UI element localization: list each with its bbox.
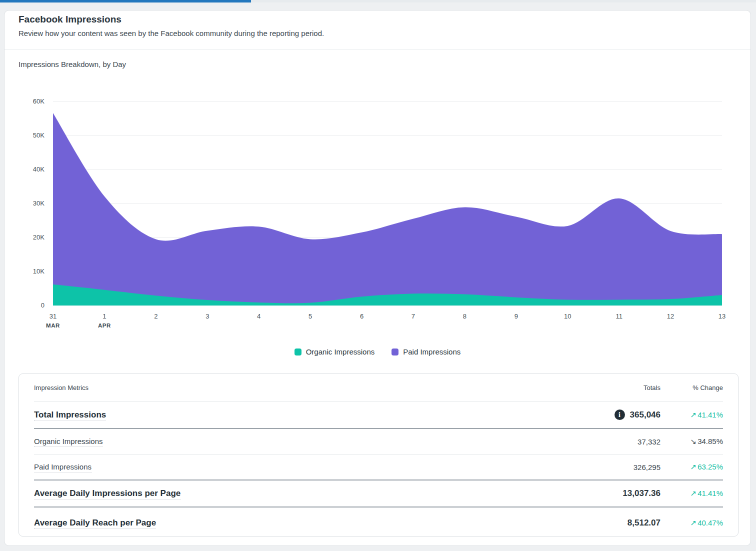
- metric-total-value: 365,046: [630, 410, 660, 420]
- x-tick-label: 6: [342, 312, 382, 320]
- table-row: Average Daily Impressions per Page13,037…: [34, 480, 723, 508]
- metric-label[interactable]: Average Daily Impressions per Page: [34, 488, 180, 500]
- page-subtitle: Review how your content was seen by the …: [18, 29, 324, 38]
- metric-total-value: 8,512.07: [628, 518, 660, 528]
- arrow-up-right-icon: ↗: [690, 518, 697, 527]
- x-tick-label: 8: [444, 312, 484, 320]
- metrics-table: Impression Metrics Totals % Change Total…: [18, 374, 738, 536]
- x-tick-label: 13: [702, 312, 742, 320]
- metric-label[interactable]: Average Daily Reach per Page: [34, 518, 156, 529]
- metrics-table-body: Total Impressionsi365,046↗41.41%Organic …: [34, 402, 723, 538]
- legend-swatch: [294, 348, 302, 356]
- top-progress-bar: [0, 0, 756, 2]
- metric-total-value: 13,037.36: [622, 488, 660, 498]
- col-totals: Totals: [540, 384, 660, 392]
- metric-label[interactable]: Organic Impressions: [34, 437, 103, 447]
- arrow-up-right-icon: ↗: [690, 410, 697, 419]
- x-tick-label: 7: [393, 312, 433, 320]
- x-month-label: APR: [84, 322, 124, 328]
- arrow-up-right-icon: ↗: [690, 489, 697, 498]
- table-row: Average Daily Reach per Page8,512.07↗40.…: [34, 508, 723, 538]
- legend-item-organic-impressions[interactable]: Organic Impressions: [294, 348, 375, 356]
- x-tick-label: 4: [239, 312, 279, 320]
- col-percent-change: % Change: [660, 384, 723, 392]
- arrow-down-right-icon: ↘: [690, 437, 697, 446]
- x-tick-label: 2: [136, 312, 176, 320]
- x-tick-label: 11: [599, 312, 639, 320]
- table-row: Organic Impressions37,332↘34.85%: [34, 429, 723, 454]
- x-tick-label: 10: [548, 312, 588, 320]
- metric-change-cell: ↗40.47%: [660, 518, 723, 528]
- paid-impressions-area[interactable]: [53, 113, 722, 306]
- metric-total-cell: 13,037.36: [540, 488, 660, 498]
- metric-change-cell: ↗41.41%: [660, 410, 723, 420]
- metric-change-cell: ↘34.85%: [660, 437, 723, 446]
- metric-change-value: 40.47%: [698, 518, 723, 527]
- metric-change-cell: ↗41.41%: [660, 489, 723, 498]
- metrics-table-header: Impression Metrics Totals % Change: [34, 374, 723, 402]
- metric-total-cell: i365,046: [540, 410, 660, 420]
- metric-total-cell: 326,295: [540, 463, 660, 472]
- legend-swatch: [392, 348, 398, 356]
- metric-change-cell: ↗63.25%: [660, 462, 723, 472]
- x-tick-label: 9: [496, 312, 536, 320]
- metric-label-cell: Paid Impressions: [34, 462, 540, 472]
- metric-total-cell: 8,512.07: [540, 518, 660, 528]
- metric-label-cell: Total Impressions: [34, 410, 540, 420]
- legend-label: Paid Impressions: [403, 348, 460, 356]
- impressions-area-chart[interactable]: [4, 90, 752, 320]
- metric-label-cell: Organic Impressions: [34, 437, 540, 446]
- header-divider: [4, 49, 750, 50]
- metric-total-cell: 37,332: [540, 438, 660, 446]
- report-card: Facebook Impressions Review how your con…: [4, 10, 751, 546]
- arrow-up-right-icon: ↗: [690, 462, 697, 471]
- metric-label[interactable]: Total Impressions: [34, 410, 106, 421]
- x-tick-label: 5: [290, 312, 330, 320]
- page-title: Facebook Impressions: [18, 14, 122, 25]
- metric-total-value: 326,295: [634, 463, 660, 472]
- table-row: Total Impressionsi365,046↗41.41%: [34, 402, 723, 429]
- x-tick-label: 1: [84, 312, 124, 320]
- metric-change-value: 41.41%: [698, 410, 723, 419]
- info-icon[interactable]: i: [614, 410, 625, 420]
- top-progress-fill: [0, 0, 251, 2]
- x-month-label: MAR: [33, 322, 73, 328]
- chart-section-title: Impressions Breakdown, by Day: [18, 60, 126, 68]
- metric-change-value: 63.25%: [698, 462, 723, 471]
- table-row: Paid Impressions326,295↗63.25%: [34, 454, 723, 480]
- x-tick-label: 31: [33, 312, 73, 320]
- metric-label-cell: Average Daily Impressions per Page: [34, 488, 540, 498]
- metric-label-cell: Average Daily Reach per Page: [34, 518, 540, 528]
- x-tick-label: 3: [188, 312, 228, 320]
- legend-item-paid-impressions[interactable]: Paid Impressions: [392, 348, 460, 356]
- metric-change-value: 41.41%: [698, 489, 723, 498]
- chart-legend: Organic ImpressionsPaid Impressions: [4, 348, 750, 356]
- metric-change-value: 34.85%: [698, 437, 723, 446]
- x-tick-label: 12: [650, 312, 690, 320]
- metric-total-value: 37,332: [638, 438, 660, 446]
- legend-label: Organic Impressions: [306, 348, 375, 356]
- metric-label[interactable]: Paid Impressions: [34, 462, 92, 472]
- col-impression-metrics: Impression Metrics: [34, 384, 540, 392]
